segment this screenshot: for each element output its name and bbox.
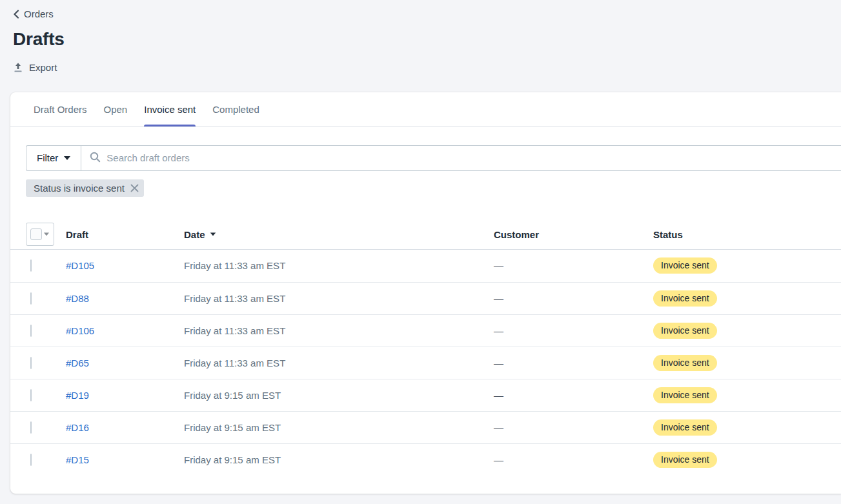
column-header-customer[interactable]: Customer (494, 229, 653, 240)
row-date: Friday at 9:15 am EST (184, 454, 494, 465)
row-customer: — (494, 454, 653, 465)
search-icon (90, 152, 101, 165)
tab[interactable]: Completed (204, 92, 268, 126)
close-icon[interactable] (130, 184, 139, 192)
column-header-draft[interactable]: Draft (66, 229, 184, 240)
tab[interactable]: Open (96, 92, 136, 126)
row-customer: — (494, 325, 653, 336)
draft-link[interactable]: #D16 (66, 422, 89, 433)
table-row[interactable]: #D105 Friday at 11:33 am EST — Invoice s… (10, 250, 841, 282)
row-customer: — (494, 260, 653, 271)
export-label: Export (29, 62, 57, 73)
select-all-checkbox[interactable] (30, 228, 42, 240)
row-customer: — (494, 390, 653, 401)
draft-link[interactable]: #D105 (66, 260, 94, 271)
row-date: Friday at 11:33 am EST (184, 325, 494, 336)
table-row[interactable]: #D106 Friday at 11:33 am EST — Invoice s… (10, 314, 841, 347)
breadcrumb-label: Orders (24, 8, 54, 19)
table-header-row: Draft Date Customer Status (10, 220, 841, 250)
draft-orders-card: Draft Orders Open Invoice sent Completed… (10, 92, 841, 494)
row-checkbox[interactable] (30, 325, 32, 337)
column-header-date[interactable]: Date (184, 229, 494, 240)
draft-link[interactable]: #D88 (66, 293, 89, 304)
page-header: Orders Drafts Export (0, 0, 841, 75)
tab-label: Completed (212, 104, 259, 115)
select-all-button[interactable] (26, 223, 54, 246)
row-customer: — (494, 422, 653, 433)
draft-link[interactable]: #D106 (66, 325, 94, 336)
filter-button[interactable]: Filter (26, 145, 81, 171)
column-header-status[interactable]: Status (653, 229, 841, 240)
tab[interactable]: Invoice sent (136, 92, 204, 126)
page-title: Drafts (13, 29, 828, 50)
row-checkbox[interactable] (30, 389, 32, 401)
table-row[interactable]: #D65 Friday at 11:33 am EST — Invoice se… (10, 347, 841, 379)
tab[interactable]: Draft Orders (25, 92, 96, 126)
tab-label: Invoice sent (144, 104, 196, 115)
upload-icon (13, 62, 23, 73)
row-date: Friday at 11:33 am EST (184, 358, 494, 368)
chevron-down-icon (64, 156, 70, 160)
table-row[interactable]: #D16 Friday at 9:15 am EST — Invoice sen… (10, 411, 841, 443)
tab-label: Open (104, 104, 128, 115)
tab-bar: Draft Orders Open Invoice sent Completed (10, 92, 841, 127)
filter-search-bar: Filter (26, 145, 841, 171)
tab-label: Draft Orders (34, 104, 87, 115)
row-checkbox[interactable] (30, 454, 32, 466)
table-row[interactable]: #D19 Friday at 9:15 am EST — Invoice sen… (10, 379, 841, 411)
row-date: Friday at 9:15 am EST (184, 390, 494, 401)
row-checkbox[interactable] (30, 421, 32, 434)
draft-link[interactable]: #D65 (66, 358, 89, 368)
chevron-down-icon (44, 233, 49, 236)
row-checkbox[interactable] (30, 259, 32, 272)
row-checkbox[interactable] (30, 292, 32, 305)
search-input[interactable] (106, 152, 833, 163)
row-date: Friday at 11:33 am EST (184, 293, 494, 304)
status-badge: Invoice sent (653, 355, 717, 371)
table-row[interactable]: #D88 Friday at 11:33 am EST — Invoice se… (10, 282, 841, 314)
status-badge: Invoice sent (653, 387, 717, 403)
applied-filters: Status is invoice sent (26, 179, 841, 197)
export-button[interactable]: Export (13, 62, 57, 73)
breadcrumb[interactable]: Orders (13, 8, 54, 19)
filter-tag-label: Status is invoice sent (34, 183, 125, 194)
draft-orders-table: Draft Date Customer Status #D105 Friday … (10, 220, 841, 476)
status-badge: Invoice sent (653, 452, 717, 468)
filter-button-label: Filter (37, 152, 58, 163)
status-badge: Invoice sent (653, 323, 717, 339)
row-customer: — (494, 293, 653, 304)
status-badge: Invoice sent (653, 419, 717, 436)
row-checkbox[interactable] (30, 357, 32, 369)
table-row[interactable]: #D15 Friday at 9:15 am EST — Invoice sen… (10, 443, 841, 476)
sort-descending-icon (210, 232, 216, 236)
row-date: Friday at 9:15 am EST (184, 422, 494, 433)
draft-link[interactable]: #D15 (66, 454, 89, 465)
row-customer: — (494, 358, 653, 368)
status-badge: Invoice sent (653, 257, 717, 274)
draft-link[interactable]: #D19 (66, 390, 89, 401)
chevron-left-icon (13, 10, 19, 19)
filter-tag-status: Status is invoice sent (26, 179, 144, 197)
search-box (81, 145, 841, 171)
status-badge: Invoice sent (653, 290, 717, 307)
row-date: Friday at 11:33 am EST (184, 260, 494, 271)
